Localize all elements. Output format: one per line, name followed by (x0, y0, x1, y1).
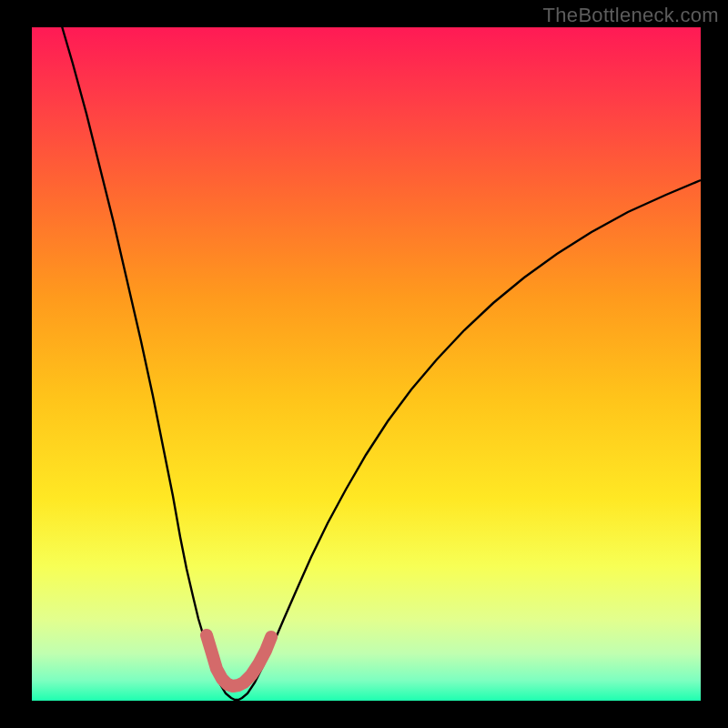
plot-background (32, 27, 701, 701)
watermark-text: TheBottleneck.com (543, 4, 719, 27)
bottleneck-chart (0, 0, 728, 728)
chart-container: TheBottleneck.com (0, 0, 728, 728)
